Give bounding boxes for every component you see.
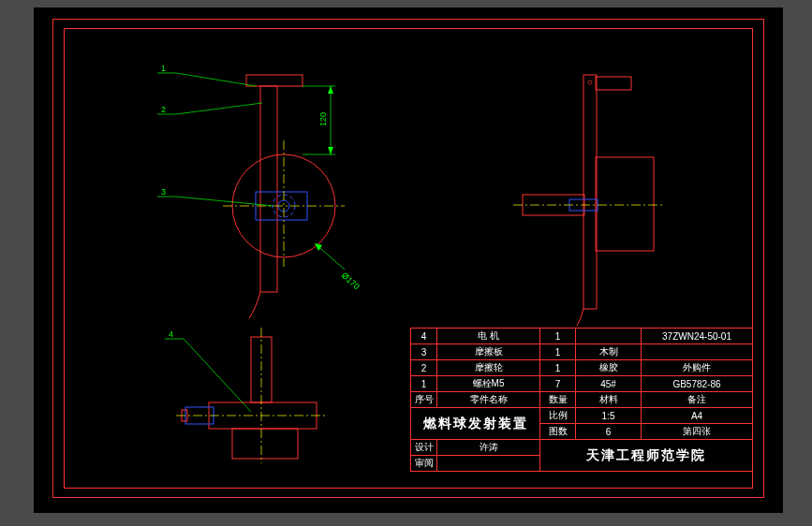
sheets-label: 图数 <box>540 424 576 440</box>
svg-rect-25 <box>596 77 631 90</box>
dimension-120: 120 <box>303 86 335 154</box>
leader-4-text: 4 <box>169 329 173 339</box>
svg-marker-11 <box>328 86 333 94</box>
svg-line-18 <box>176 103 262 114</box>
review-label: 审阅 <box>411 456 437 472</box>
sheet-no: 第四张 <box>642 424 753 440</box>
dim-120-text: 120 <box>318 112 328 126</box>
sheet-size: A4 <box>642 408 753 424</box>
part-no: 4 <box>411 329 437 344</box>
svg-marker-12 <box>328 147 333 154</box>
assembly-name: 燃料球发射装置 <box>411 408 540 440</box>
parts-row: 2 摩擦轮 1 橡胶 外购件 <box>411 360 753 376</box>
svg-line-38 <box>184 339 251 412</box>
svg-line-15 <box>176 73 256 86</box>
leader-1: 1 <box>157 64 256 86</box>
parts-row: 1 螺栓M5 7 45# GB5782-86 <box>411 376 753 392</box>
svg-rect-1 <box>260 86 277 292</box>
parts-row: 4 电 机 1 37ZWN24-50-01 <box>411 329 753 344</box>
title-block: 4 电 机 1 37ZWN24-50-01 3 摩擦板 1 木制 2 摩擦轮 1… <box>410 328 753 472</box>
svg-rect-33 <box>232 429 298 459</box>
parts-row: 3 摩擦板 1 木制 <box>411 344 753 360</box>
dimension-dia: Ø170 <box>315 243 362 291</box>
dim-dia-text: Ø170 <box>340 270 362 291</box>
parts-header: 序号 零件名称 数量 材料 备注 <box>411 392 753 408</box>
reviewer <box>437 456 540 472</box>
svg-rect-27 <box>596 157 654 251</box>
svg-rect-0 <box>246 75 303 86</box>
top-view: 4 <box>165 328 326 463</box>
front-view <box>223 75 345 318</box>
designer: 许涛 <box>437 440 540 456</box>
part-name: 电 机 <box>437 329 540 344</box>
institution: 天津工程师范学院 <box>540 440 753 472</box>
scale-label: 比例 <box>540 408 576 424</box>
svg-marker-14 <box>315 243 322 251</box>
svg-text:2: 2 <box>161 105 166 114</box>
svg-rect-24 <box>583 75 597 309</box>
design-label: 设计 <box>411 440 437 456</box>
svg-line-21 <box>176 197 273 206</box>
svg-point-26 <box>588 80 592 84</box>
scale-value: 1:5 <box>576 408 642 424</box>
leader-2: 2 <box>157 103 262 114</box>
svg-text:3: 3 <box>161 187 166 197</box>
svg-text:1: 1 <box>161 64 166 73</box>
side-view <box>513 75 663 326</box>
sheets-value: 6 <box>576 424 642 440</box>
part-note: 37ZWN24-50-01 <box>642 329 753 344</box>
part-material <box>576 329 642 344</box>
part-qty: 1 <box>540 329 576 344</box>
